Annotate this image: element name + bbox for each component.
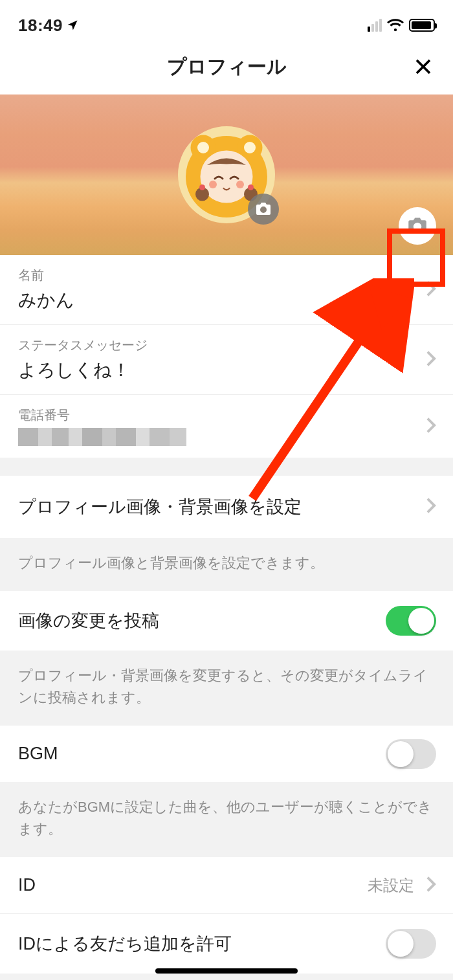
section-bgm: BGM [0, 726, 453, 782]
cellular-icon [368, 19, 382, 32]
profile-info-list: 名前 みかん ステータスメッセージ よろしくね！ 電話番号 [0, 255, 453, 458]
svg-point-10 [199, 184, 205, 190]
profile-cover [0, 95, 453, 255]
section-image-settings: プロフィール画像・背景画像を設定 [0, 476, 453, 538]
status-bar: 18:49 [0, 0, 453, 39]
id-allow-title: IDによる友だち追加を許可 [18, 932, 435, 955]
close-button[interactable] [410, 54, 436, 80]
cover-camera-button[interactable] [399, 207, 436, 245]
svg-point-7 [236, 181, 244, 188]
battery-icon [409, 19, 435, 32]
svg-point-4 [244, 142, 256, 153]
status-label: ステータスメッセージ [18, 337, 435, 354]
status-time: 18:49 [18, 16, 63, 36]
row-image-settings[interactable]: プロフィール画像・背景画像を設定 [0, 476, 453, 538]
row-id-allow[interactable]: IDによる友だち追加を許可 [0, 914, 453, 974]
row-id[interactable]: ID 未設定 [0, 857, 453, 914]
avatar-camera-button[interactable] [248, 194, 279, 225]
post-change-toggle[interactable] [386, 606, 436, 636]
section-post-change: 画像の変更を投稿 [0, 591, 453, 651]
row-name[interactable]: 名前 みかん [0, 255, 453, 325]
svg-point-11 [248, 184, 254, 190]
nav-header: プロフィール [0, 39, 453, 95]
chevron-right-icon [426, 876, 436, 895]
status-icons [368, 19, 435, 32]
row-post-change[interactable]: 画像の変更を投稿 [0, 591, 453, 651]
home-indicator [155, 968, 298, 974]
bgm-toggle[interactable] [386, 739, 436, 769]
bgm-note: あなたがBGMに設定した曲を、他のユーザーが聴くことができます。 [0, 782, 453, 857]
status-time-wrap: 18:49 [18, 16, 78, 36]
id-value: 未設定 [368, 875, 414, 896]
phone-label: 電話番号 [18, 406, 435, 424]
section-id: ID 未設定 IDによる友だち追加を許可 [0, 857, 453, 974]
name-value: みかん [18, 288, 435, 313]
image-settings-note: プロフィール画像と背景画像を設定できます。 [0, 538, 453, 591]
post-change-title: 画像の変更を投稿 [18, 609, 435, 632]
row-bgm[interactable]: BGM [0, 726, 453, 782]
wifi-icon [387, 19, 404, 32]
post-change-note: プロフィール・背景画像を変更すると、その変更がタイムラインに投稿されます。 [0, 651, 453, 726]
svg-point-3 [197, 142, 209, 153]
row-phone[interactable]: 電話番号 [0, 395, 453, 458]
chevron-right-icon [426, 280, 436, 300]
bgm-title: BGM [18, 744, 435, 764]
phone-value-redacted [18, 428, 186, 446]
name-label: 名前 [18, 267, 435, 284]
id-allow-toggle[interactable] [386, 929, 436, 959]
avatar-wrap[interactable] [178, 126, 275, 223]
page-title: プロフィール [167, 54, 287, 80]
image-settings-title: プロフィール画像・背景画像を設定 [18, 495, 435, 518]
status-value: よろしくね！ [18, 358, 435, 383]
chevron-right-icon [426, 497, 436, 517]
chevron-right-icon [426, 350, 436, 370]
svg-point-6 [209, 181, 217, 188]
chevron-right-icon [426, 417, 436, 436]
location-icon [67, 16, 78, 36]
row-status-message[interactable]: ステータスメッセージ よろしくね！ [0, 325, 453, 395]
